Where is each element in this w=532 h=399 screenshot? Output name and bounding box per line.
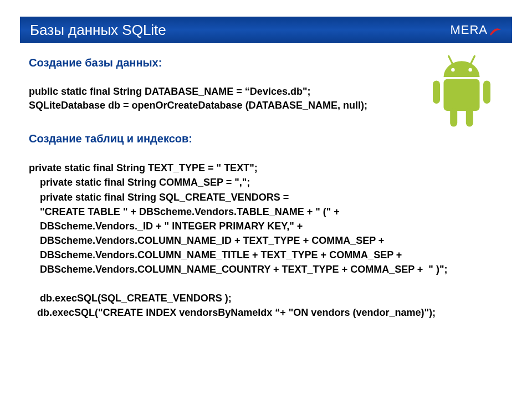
svg-rect-8 <box>466 108 473 127</box>
svg-point-2 <box>451 68 455 71</box>
svg-rect-4 <box>444 79 480 111</box>
logo-swoosh-icon <box>489 23 502 37</box>
slide-title: Базы данных SQLite <box>30 22 166 39</box>
title-bar: Базы данных SQLite MERA <box>20 17 512 43</box>
logo-text: MERA <box>450 23 488 37</box>
content-area: Создание базы данных: public static fina… <box>0 43 532 320</box>
svg-rect-6 <box>483 80 490 104</box>
brand-logo: MERA <box>450 23 502 37</box>
svg-point-3 <box>468 68 472 71</box>
svg-rect-7 <box>450 108 457 127</box>
code-block-tables-indexes: private static final String TEXT_TYPE = … <box>29 161 503 320</box>
svg-rect-5 <box>433 80 440 104</box>
slide: Базы данных SQLite MERA <box>0 17 532 399</box>
svg-line-1 <box>471 56 475 63</box>
svg-line-0 <box>449 56 453 63</box>
android-icon <box>426 53 498 125</box>
